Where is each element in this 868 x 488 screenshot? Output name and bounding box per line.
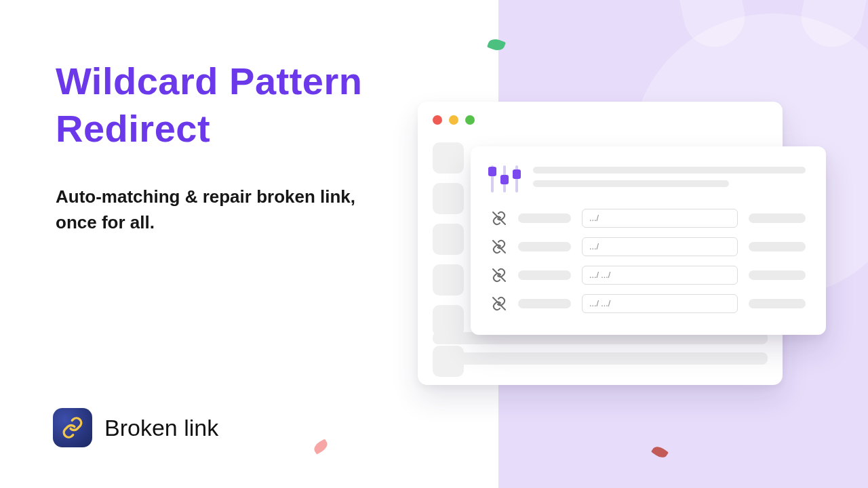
row-label-placeholder bbox=[518, 299, 571, 308]
redirect-row bbox=[491, 294, 806, 313]
row-action-placeholder bbox=[749, 214, 806, 223]
unlink-icon bbox=[491, 210, 507, 226]
row-action-placeholder bbox=[749, 270, 806, 280]
brand-block: Broken link bbox=[53, 408, 218, 447]
unlink-icon bbox=[491, 239, 507, 255]
row-label-placeholder bbox=[518, 270, 571, 280]
maximize-icon bbox=[465, 115, 475, 125]
unlink-icon bbox=[491, 296, 507, 312]
link-icon bbox=[61, 416, 84, 439]
row-label-placeholder bbox=[518, 214, 571, 223]
pattern-input[interactable] bbox=[582, 237, 738, 256]
page-title: Wildcard Pattern Redirect bbox=[56, 58, 408, 152]
redirect-row bbox=[491, 266, 806, 285]
redirect-panel bbox=[471, 146, 826, 335]
panel-header-placeholder bbox=[533, 164, 806, 194]
row-action-placeholder bbox=[749, 242, 806, 251]
row-label-placeholder bbox=[518, 242, 571, 251]
pattern-input[interactable] bbox=[582, 209, 738, 228]
brand-name: Broken link bbox=[104, 415, 218, 441]
unlink-icon bbox=[491, 267, 507, 283]
page-subtitle: Auto-matching & repair broken link, once… bbox=[56, 184, 381, 235]
redirect-rows bbox=[491, 209, 806, 313]
close-icon bbox=[433, 115, 442, 125]
leaf-decoration-pink bbox=[312, 439, 330, 454]
pattern-input[interactable] bbox=[582, 266, 738, 285]
redirect-row bbox=[491, 209, 806, 228]
pattern-input[interactable] bbox=[582, 294, 738, 313]
brand-icon bbox=[53, 408, 92, 447]
window-traffic-lights bbox=[433, 115, 768, 125]
minimize-icon bbox=[449, 115, 458, 125]
redirect-row bbox=[491, 237, 806, 256]
panel-header bbox=[491, 164, 806, 194]
row-action-placeholder bbox=[749, 299, 806, 308]
back-footer-placeholder bbox=[433, 332, 768, 373]
sliders-icon bbox=[491, 164, 518, 192]
